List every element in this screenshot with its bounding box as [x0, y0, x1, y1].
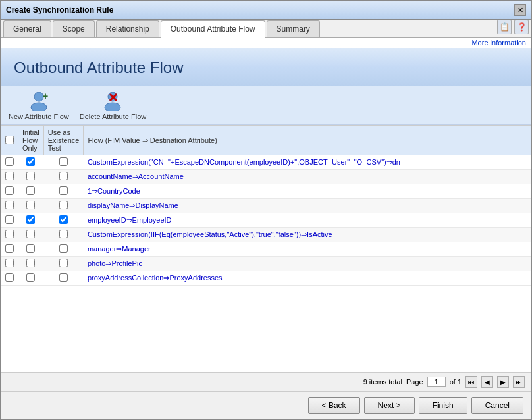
initial-flow-only-checkbox[interactable] [26, 186, 35, 195]
table-row: employeeID⇒EmployeeID [1, 213, 531, 228]
flow-cell: CustomExpression(IIF(Eq(employeeStatus,"… [84, 228, 531, 242]
question-icon: ❓ [517, 22, 527, 32]
window-title: Create Synchronization Rule [6, 5, 113, 14]
page-next-button[interactable]: ▶ [497, 376, 509, 388]
initial-flow-only-checkbox[interactable] [26, 273, 35, 282]
help-icon-btn[interactable]: 📋 [497, 20, 512, 34]
page-first-button[interactable]: ⏮ [466, 376, 477, 388]
table-row: 1⇒CountryCode [1, 184, 531, 199]
initial-flow-only-checkbox[interactable] [26, 172, 35, 180]
delete-attribute-flow-icon [102, 90, 123, 111]
use-as-existence-test-checkbox[interactable] [59, 273, 68, 282]
finish-button[interactable]: Finish [419, 397, 467, 414]
select-all-checkbox[interactable] [5, 136, 14, 144]
row-select-checkbox[interactable] [5, 273, 14, 282]
new-attribute-flow-button[interactable]: + New Attribute Flow [9, 90, 69, 120]
table-row: displayName⇒DisplayName [1, 199, 531, 213]
next-button[interactable]: Next > [364, 397, 415, 414]
page-of: of 1 [450, 378, 462, 386]
use-as-existence-test-checkbox[interactable] [59, 244, 68, 253]
use-as-existence-test-checkbox[interactable] [59, 186, 68, 195]
flow-cell: manager⇒Manager [84, 242, 531, 257]
page-header: Outbound Attribute Flow [1, 48, 531, 86]
flow-cell: accountName⇒AccountName [84, 170, 531, 184]
tabs-bar: General Scope Relationship Outbound Attr… [1, 20, 531, 38]
svg-point-0 [34, 92, 43, 101]
cancel-button[interactable]: Cancel [471, 397, 523, 414]
svg-point-4 [105, 103, 120, 111]
tab-relationship[interactable]: Relationship [96, 20, 159, 37]
table-body: CustomExpression("CN="+EscapeDNComponent… [1, 155, 531, 286]
flow-cell: 1⇒CountryCode [84, 184, 531, 199]
delete-attribute-flow-button[interactable]: Delete Attribute Flow [80, 90, 147, 120]
back-button[interactable]: < Back [308, 397, 360, 414]
use-as-existence-test-checkbox[interactable] [59, 230, 68, 238]
table-row: CustomExpression("CN="+EscapeDNComponent… [1, 155, 531, 170]
main-content: More information Outbound Attribute Flow… [1, 38, 531, 391]
table-row: accountName⇒AccountName [1, 170, 531, 184]
table-row: manager⇒Manager [1, 242, 531, 257]
initial-flow-only-checkbox[interactable] [26, 259, 35, 267]
row-select-checkbox[interactable] [5, 244, 14, 253]
table-area: Initial Flow Only Use as Existence Test … [1, 125, 531, 372]
row-select-checkbox[interactable] [5, 172, 14, 180]
main-window: Create Synchronization Rule ✕ General Sc… [0, 0, 532, 420]
row-select-checkbox[interactable] [5, 215, 14, 224]
initial-flow-only-checkbox[interactable] [26, 215, 35, 224]
initial-flow-only-checkbox[interactable] [26, 230, 35, 238]
page-label: Page [406, 378, 423, 386]
use-as-existence-test-checkbox[interactable] [59, 259, 68, 267]
row-select-checkbox[interactable] [5, 259, 14, 267]
tab-scope[interactable]: Scope [53, 20, 95, 37]
new-attribute-flow-icon: + [28, 90, 49, 111]
question-icon-btn[interactable]: ❓ [514, 20, 529, 34]
row-select-checkbox[interactable] [5, 186, 14, 195]
page-title: Outbound Attribute Flow [14, 59, 518, 77]
attribute-flow-table: Initial Flow Only Use as Existence Test … [1, 125, 531, 286]
flow-cell: displayName⇒DisplayName [84, 199, 531, 213]
book-icon: 📋 [500, 22, 510, 32]
toolbar: + New Attribute Flow Delete Attribute Fl… [1, 86, 531, 125]
tab-outbound-attr-flow[interactable]: Outbound Attribute Flow [161, 20, 265, 38]
flow-cell: photo⇒ProfilePic [84, 257, 531, 271]
more-info-link[interactable]: More information [1, 38, 531, 48]
col-flow: Flow (FIM Value ⇒ Destination Attribute) [84, 126, 531, 155]
page-last-button[interactable]: ⏭ [513, 376, 525, 388]
button-bar: < Back Next > Finish Cancel [1, 391, 531, 419]
flow-cell: proxyAddressCollection⇒ProxyAddresses [84, 271, 531, 286]
table-header-row: Initial Flow Only Use as Existence Test … [1, 126, 531, 155]
col-select-all [1, 126, 18, 155]
initial-flow-only-checkbox[interactable] [26, 201, 35, 209]
row-select-checkbox[interactable] [5, 230, 14, 238]
initial-flow-only-checkbox[interactable] [26, 244, 35, 253]
table-row: photo⇒ProfilePic [1, 257, 531, 271]
use-as-existence-test-checkbox[interactable] [59, 157, 68, 166]
col-initial-flow-only: Initial Flow Only [18, 126, 44, 155]
svg-point-1 [31, 103, 47, 111]
flow-cell: CustomExpression("CN="+EscapeDNComponent… [84, 155, 531, 170]
new-attribute-flow-label: New Attribute Flow [9, 113, 69, 120]
use-as-existence-test-checkbox[interactable] [59, 215, 68, 224]
use-as-existence-test-checkbox[interactable] [59, 172, 68, 180]
svg-text:+: + [43, 91, 48, 101]
table-row: CustomExpression(IIF(Eq(employeeStatus,"… [1, 228, 531, 242]
table-row: proxyAddressCollection⇒ProxyAddresses [1, 271, 531, 286]
pagination-bar: 9 items total Page of 1 ⏮ ◀ ▶ ⏭ [1, 372, 531, 391]
col-use-as-existence-test: Use as Existence Test [43, 126, 84, 155]
items-total: 9 items total [363, 378, 402, 386]
close-button[interactable]: ✕ [514, 4, 526, 16]
initial-flow-only-checkbox[interactable] [26, 157, 35, 166]
title-bar: Create Synchronization Rule ✕ [1, 1, 531, 20]
delete-attribute-flow-label: Delete Attribute Flow [80, 113, 147, 120]
row-select-checkbox[interactable] [5, 157, 14, 166]
tab-summary[interactable]: Summary [267, 20, 320, 37]
row-select-checkbox[interactable] [5, 201, 14, 209]
page-prev-button[interactable]: ◀ [481, 376, 493, 388]
tab-general[interactable]: General [3, 20, 51, 37]
flow-cell: employeeID⇒EmployeeID [84, 213, 531, 228]
use-as-existence-test-checkbox[interactable] [59, 201, 68, 209]
page-input[interactable] [427, 377, 446, 387]
tab-icons: 📋 ❓ [497, 20, 529, 37]
